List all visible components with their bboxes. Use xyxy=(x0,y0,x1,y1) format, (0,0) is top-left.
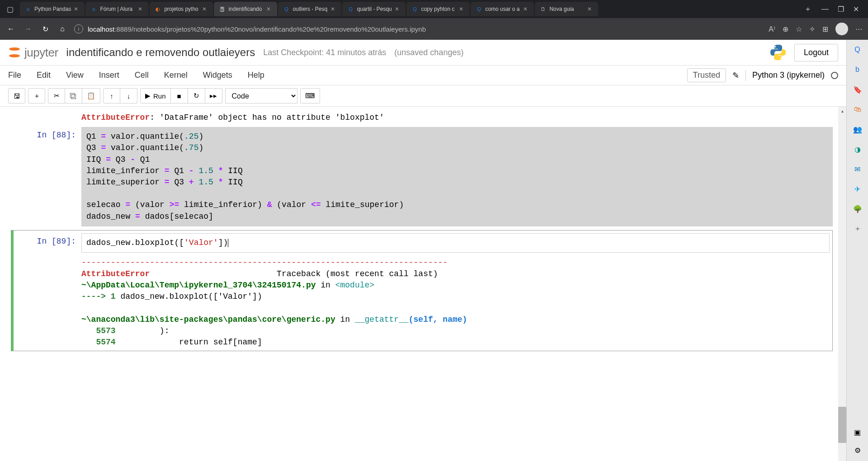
restart-button[interactable]: ↻ xyxy=(188,88,205,103)
browser-tab[interactable]: 🗋 Nova guia ✕ xyxy=(535,2,598,16)
code-input[interactable]: dados_new.bloxplot(['Valor']) xyxy=(81,233,830,253)
nav-refresh-icon[interactable]: ↻ xyxy=(40,25,51,33)
error-msg: : 'DataFrame' object has no attribute 'b… xyxy=(150,113,384,122)
error-name: AttributeError xyxy=(81,113,150,122)
address-bar: ← → ↻ ⌂ i localhost:8889/notebooks/proje… xyxy=(0,18,868,40)
menu-cell[interactable]: Cell xyxy=(135,71,149,80)
edit-icon[interactable]: ✎ xyxy=(732,71,739,80)
cut-button[interactable]: ✂ xyxy=(48,88,65,103)
save-button[interactable]: 🖫 xyxy=(8,88,25,103)
tab-label: outliers - Pesq xyxy=(292,6,328,12)
code-input[interactable]: Q1 = valor.quantile(.25) Q3 = valor.quan… xyxy=(81,127,833,226)
new-tab-button[interactable]: ＋ xyxy=(800,5,816,14)
kernel-indicator-icon[interactable] xyxy=(831,72,838,79)
interrupt-button[interactable]: ■ xyxy=(171,88,188,103)
notebook-area[interactable]: AttributeError: 'DataFrame' object has n… xyxy=(0,107,846,461)
bing-side-icon[interactable]: b xyxy=(852,64,863,75)
scrollbar-thumb[interactable] xyxy=(838,407,846,443)
window-maximize-icon[interactable]: ❐ xyxy=(838,5,844,14)
tree-side-icon[interactable]: 🌳 xyxy=(852,203,863,214)
tab-close-icon[interactable]: ✕ xyxy=(138,6,144,12)
move-down-button[interactable]: ↓ xyxy=(120,88,137,103)
code-cell-88[interactable]: In [88]: Q1 = valor.quantile(.25) Q3 = v… xyxy=(14,127,833,226)
outlook-side-icon[interactable]: ✉ xyxy=(852,164,863,174)
copy-button[interactable]: ⿻ xyxy=(65,88,82,103)
profile-avatar-icon[interactable] xyxy=(835,23,848,35)
run-button[interactable]: ▶ Run xyxy=(140,88,171,103)
window-close-icon[interactable]: ✕ xyxy=(853,5,859,14)
scroll-up-icon[interactable]: ▴ xyxy=(838,107,846,115)
read-aloud-icon[interactable]: A⁾ xyxy=(769,25,775,33)
browser-tab[interactable]: a Python Pandas ✕ xyxy=(20,2,85,16)
tab-close-icon[interactable]: ✕ xyxy=(266,6,273,12)
browser-tab[interactable]: ◐ projetos pytho ✕ xyxy=(150,2,213,16)
people-side-icon[interactable]: 👥 xyxy=(852,124,863,135)
tab-close-icon[interactable]: ✕ xyxy=(330,6,337,12)
trusted-button[interactable]: Trusted xyxy=(687,68,726,82)
logout-button[interactable]: Logout xyxy=(794,44,838,61)
menu-edit[interactable]: Edit xyxy=(37,71,51,80)
browser-tab[interactable]: Q como usar o a ✕ xyxy=(471,2,534,16)
extensions-icon[interactable]: ⊞ xyxy=(822,25,828,33)
browser-tab[interactable]: 📓 indentificando ✕ xyxy=(214,2,277,16)
tab-close-icon[interactable]: ✕ xyxy=(74,6,80,12)
tab-actions-icon[interactable]: ▢ xyxy=(4,3,16,15)
tag-side-icon[interactable]: 🔖 xyxy=(852,84,863,95)
search-side-icon[interactable]: Q xyxy=(852,44,863,55)
nav-forward-icon: → xyxy=(23,25,33,33)
menu-widgets[interactable]: Widgets xyxy=(203,71,232,80)
settings-side-icon[interactable]: ⚙ xyxy=(852,445,863,456)
nav-home-icon[interactable]: ⌂ xyxy=(57,25,68,33)
add-side-icon[interactable]: ＋ xyxy=(852,223,863,234)
add-cell-button[interactable]: ＋ xyxy=(28,88,45,103)
browser-tab-strip: ▢ a Python Pandas ✕a Fórum | Alura ✕◐ pr… xyxy=(0,0,868,18)
shopping-side-icon[interactable]: 🛍 xyxy=(852,104,863,115)
browser-tab[interactable]: Q outliers - Pesq ✕ xyxy=(278,2,341,16)
tab-close-icon[interactable]: ✕ xyxy=(459,6,465,12)
nav-back-icon[interactable]: ← xyxy=(5,25,16,33)
menu-help[interactable]: Help xyxy=(248,71,264,80)
notebook-title[interactable]: indentificando e removendo outlaieyers xyxy=(66,46,255,59)
collapse-side-icon[interactable]: ▣ xyxy=(852,427,863,437)
zoom-icon[interactable]: ⊕ xyxy=(783,25,788,33)
text-cursor xyxy=(228,239,228,247)
jupyter-logo[interactable]: jupyter xyxy=(8,46,58,60)
cell-output: ----------------------------------------… xyxy=(81,253,830,348)
window-minimize-icon[interactable]: — xyxy=(821,5,829,14)
tab-label: Nova guia xyxy=(549,6,585,12)
tab-favicon: 📓 xyxy=(218,5,226,13)
tab-close-icon[interactable]: ✕ xyxy=(523,6,529,12)
move-up-button[interactable]: ↑ xyxy=(103,88,120,103)
kernel-name[interactable]: Python 3 (ipykernel) xyxy=(752,71,825,80)
cell-type-select[interactable]: Code xyxy=(225,88,297,103)
tab-favicon: ◐ xyxy=(154,5,161,13)
url-host: localhost xyxy=(88,25,114,33)
code-cell-89[interactable]: In [89]: dados_new.bloxplot(['Valor']) -… xyxy=(11,230,833,352)
jupyter-logo-icon xyxy=(8,46,21,59)
browser-tab[interactable]: a Fórum | Alura ✕ xyxy=(85,2,149,16)
restart-run-all-button[interactable]: ▸▸ xyxy=(205,88,222,103)
tab-close-icon[interactable]: ✕ xyxy=(395,6,401,12)
menu-file[interactable]: File xyxy=(8,71,21,80)
collections-icon[interactable]: ✧ xyxy=(809,25,815,33)
menu-kernel[interactable]: Kernel xyxy=(164,71,188,80)
tab-close-icon[interactable]: ✕ xyxy=(587,6,594,12)
tab-close-icon[interactable]: ✕ xyxy=(202,6,208,12)
browser-tab[interactable]: Q copy pyhton c ✕ xyxy=(406,2,470,16)
browser-tab[interactable]: Q quartil - Pesqu ✕ xyxy=(342,2,406,16)
tab-favicon: Q xyxy=(475,5,482,13)
url-field[interactable]: i localhost:8889/notebooks/projetos%20py… xyxy=(74,24,762,33)
site-info-icon[interactable]: i xyxy=(74,24,83,33)
command-palette-button[interactable]: ⌨ xyxy=(300,88,320,103)
menu-insert[interactable]: Insert xyxy=(99,71,119,80)
menu-view[interactable]: View xyxy=(66,71,84,80)
tab-label: Python Pandas xyxy=(34,6,71,12)
paste-button[interactable]: 📋 xyxy=(82,88,100,103)
tab-favicon: a xyxy=(24,5,32,13)
prompt-empty xyxy=(14,112,81,123)
send-side-icon[interactable]: ✈ xyxy=(852,183,863,194)
tools-side-icon[interactable]: ◑ xyxy=(852,144,863,155)
tab-label: quartil - Pesqu xyxy=(357,6,392,12)
favorite-icon[interactable]: ☆ xyxy=(796,25,802,33)
more-icon[interactable]: ⋯ xyxy=(855,25,863,33)
